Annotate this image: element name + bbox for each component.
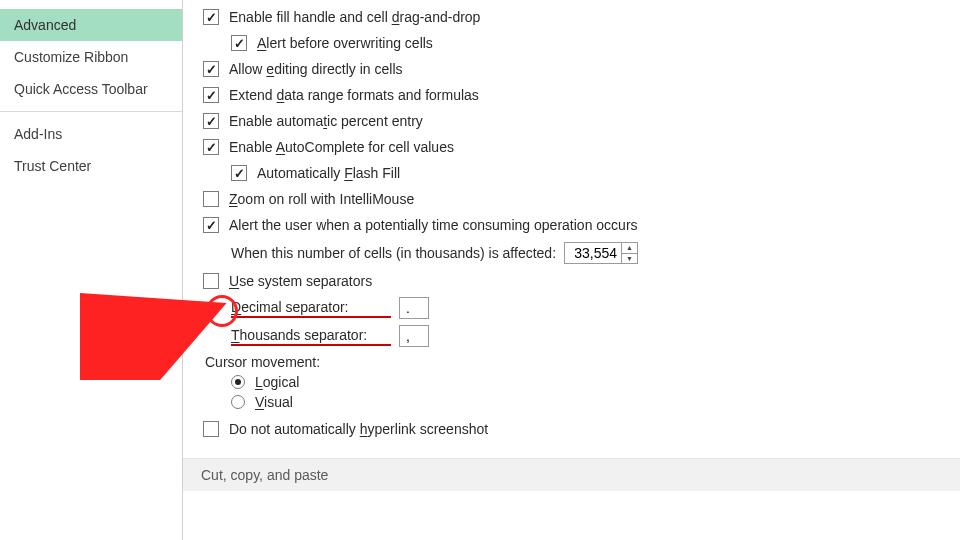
input-decimal-separator[interactable]: [399, 297, 429, 319]
checkbox-flash-fill[interactable]: [231, 165, 247, 181]
label-extend-data: Extend data range formats and formulas: [229, 84, 479, 106]
spinner-up-icon[interactable]: ▲: [622, 243, 637, 254]
input-thousands-separator[interactable]: [399, 325, 429, 347]
spinner-down-icon[interactable]: ▼: [622, 254, 637, 264]
checkbox-alert-overwrite[interactable]: [231, 35, 247, 51]
checkbox-zoom-roll[interactable]: [203, 191, 219, 207]
sidebar-item-trust-center[interactable]: Trust Center: [0, 150, 182, 182]
checkbox-alert-time[interactable]: [203, 217, 219, 233]
radio-logical[interactable]: [231, 375, 245, 389]
checkbox-hyperlink-screenshot[interactable]: [203, 421, 219, 437]
sidebar-item-quick-access[interactable]: Quick Access Toolbar: [0, 73, 182, 105]
sidebar-separator: [0, 111, 182, 112]
options-panel: Enable fill handle and cell drag-and-dro…: [183, 0, 960, 540]
label-autocomplete: Enable AutoComplete for cell values: [229, 136, 454, 158]
label-percent-entry: Enable automatic percent entry: [229, 110, 423, 132]
input-threshold[interactable]: [564, 242, 622, 264]
radio-visual[interactable]: [231, 395, 245, 409]
checkbox-use-system-separators[interactable]: [203, 273, 219, 289]
section-cut-copy-paste: Cut, copy, and paste: [183, 458, 960, 491]
checkbox-extend-data[interactable]: [203, 87, 219, 103]
label-alert-overwrite: Alert before overwriting cells: [257, 32, 433, 54]
checkbox-autocomplete[interactable]: [203, 139, 219, 155]
label-alert-time: Alert the user when a potentially time c…: [229, 214, 638, 236]
label-thousands-separator: Thousands separator:: [231, 327, 391, 346]
label-flash-fill: Automatically Flash Fill: [257, 162, 400, 184]
label-zoom-roll: Zoom on roll with IntelliMouse: [229, 188, 414, 210]
label-cursor-movement: Cursor movement:: [205, 350, 960, 372]
checkbox-percent-entry[interactable]: [203, 113, 219, 129]
checkbox-allow-editing[interactable]: [203, 61, 219, 77]
label-hyperlink-screenshot: Do not automatically hyperlink screensho…: [229, 418, 488, 440]
label-decimal-separator: Decimal separator:: [231, 299, 391, 318]
label-visual: Visual: [255, 394, 293, 410]
label-logical: Logical: [255, 374, 299, 390]
spinner-threshold[interactable]: ▲ ▼: [622, 242, 638, 264]
sidebar-item-addins[interactable]: Add-Ins: [0, 118, 182, 150]
label-allow-editing: Allow editing directly in cells: [229, 58, 403, 80]
label-threshold: When this number of cells (in thousands)…: [231, 245, 556, 261]
label-fill-handle: Enable fill handle and cell drag-and-dro…: [229, 6, 480, 28]
sidebar-item-customize-ribbon[interactable]: Customize Ribbon: [0, 41, 182, 73]
checkbox-fill-handle[interactable]: [203, 9, 219, 25]
label-use-system-separators: Use system separators: [229, 270, 372, 292]
sidebar: Advanced Customize Ribbon Quick Access T…: [0, 0, 183, 540]
sidebar-item-advanced[interactable]: Advanced: [0, 9, 182, 41]
